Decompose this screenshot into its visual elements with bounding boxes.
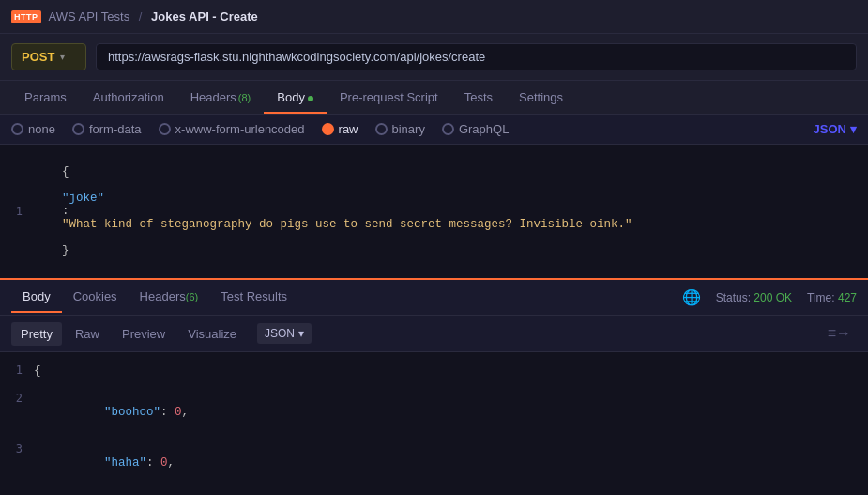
fmt-tab-preview[interactable]: Preview bbox=[113, 322, 175, 346]
request-code-editor[interactable]: 1 { "joke" : "What kind of steganography… bbox=[0, 145, 868, 280]
resp-tab-headers[interactable]: Headers(6) bbox=[129, 282, 210, 313]
breadcrumb-current: Jokes API - Create bbox=[151, 9, 258, 23]
resp-field-id: "id": 18, bbox=[34, 491, 168, 495]
time-group: Time: 427 bbox=[807, 291, 857, 304]
raw-label: raw bbox=[339, 122, 358, 136]
method-selector[interactable]: POST ▾ bbox=[11, 43, 86, 70]
response-format-selector[interactable]: JSON ▾ bbox=[257, 323, 312, 344]
method-label: POST bbox=[22, 50, 54, 64]
radio-binary bbox=[375, 123, 388, 135]
resp-val-haha: 0 bbox=[160, 456, 168, 470]
form-data-label: form-data bbox=[89, 122, 142, 136]
radio-urlencoded bbox=[159, 123, 171, 135]
option-binary[interactable]: binary bbox=[375, 122, 425, 136]
radio-graphql bbox=[442, 123, 454, 135]
json-format-arrow: ▾ bbox=[850, 122, 857, 136]
close-brace: } bbox=[62, 244, 69, 257]
option-none[interactable]: none bbox=[11, 122, 55, 136]
body-dot-indicator bbox=[308, 96, 313, 101]
breadcrumb-separator: / bbox=[139, 9, 143, 23]
status-label: Status: bbox=[716, 291, 751, 304]
resp-line-num-2: 2 bbox=[0, 384, 34, 412]
fmt-tab-visualize[interactable]: Visualize bbox=[178, 322, 246, 346]
resp-key-haha: "haha" bbox=[104, 456, 146, 470]
line-number-1: 1 bbox=[0, 197, 34, 225]
tab-authorization[interactable]: Authorization bbox=[80, 83, 177, 114]
tab-settings[interactable]: Settings bbox=[506, 83, 576, 114]
url-input[interactable] bbox=[96, 43, 857, 70]
resp-tab-test-results[interactable]: Test Results bbox=[209, 282, 298, 313]
status-value: 200 OK bbox=[754, 291, 792, 304]
response-body: 1 { 2 "boohoo": 0, 3 "haha": 0, 4 "id": … bbox=[0, 352, 868, 495]
fmt-tab-pretty[interactable]: Pretty bbox=[11, 322, 62, 346]
req-colon: : bbox=[62, 205, 76, 218]
method-dropdown-arrow: ▾ bbox=[60, 52, 65, 62]
resp-field-boohoo: "boohoo": 0, bbox=[34, 390, 189, 435]
binary-label: binary bbox=[392, 122, 425, 136]
graphql-label: GraphQL bbox=[459, 122, 509, 136]
request-tabs-row: Params Authorization Headers(8) Body Pre… bbox=[0, 81, 868, 115]
radio-form-data bbox=[72, 123, 84, 135]
resp-line-2: 2 "boohoo": 0, bbox=[0, 384, 868, 435]
time-label: Time: bbox=[807, 291, 835, 304]
req-key-joke: "joke" bbox=[62, 192, 104, 205]
top-bar: HTTP AWS API Tests / Jokes API - Create bbox=[0, 0, 868, 34]
json-format-selector[interactable]: JSON ▾ bbox=[814, 122, 857, 136]
resp-tab-body[interactable]: Body bbox=[11, 282, 62, 313]
response-format-arrow: ▾ bbox=[298, 327, 304, 340]
option-raw[interactable]: raw bbox=[322, 122, 358, 136]
status-group: Status: 200 OK bbox=[716, 291, 792, 304]
resp-headers-badge: (6) bbox=[186, 291, 198, 302]
urlencoded-label: x-www-form-urlencoded bbox=[175, 122, 305, 136]
globe-icon: 🌐 bbox=[682, 288, 701, 306]
breadcrumb-parent[interactable]: AWS API Tests bbox=[49, 9, 130, 23]
resp-tab-cookies[interactable]: Cookies bbox=[62, 282, 129, 313]
time-value: 427 bbox=[838, 291, 857, 304]
resp-field-haha: "haha": 0, bbox=[34, 441, 175, 486]
breadcrumb: AWS API Tests / Jokes API - Create bbox=[49, 9, 258, 23]
request-code-line-1: { "joke" : "What kind of steganography d… bbox=[34, 145, 632, 278]
radio-none bbox=[11, 123, 23, 135]
url-bar-section: POST ▾ bbox=[0, 34, 868, 81]
resp-key-boohoo: "boohoo" bbox=[104, 406, 160, 419]
response-format-label: JSON bbox=[265, 327, 295, 340]
resp-line-num-1: 1 bbox=[0, 356, 34, 384]
response-tabs-row: Body Cookies Headers(6) Test Results 🌐 S… bbox=[0, 280, 868, 316]
resp-line-4: 4 "id": 18, bbox=[0, 486, 868, 495]
response-format-row: Pretty Raw Preview Visualize JSON ▾ ≡→ bbox=[0, 316, 868, 352]
option-graphql[interactable]: GraphQL bbox=[442, 122, 509, 136]
req-value-joke: "What kind of steganography do pigs use … bbox=[62, 218, 632, 231]
http-icon: HTTP bbox=[11, 10, 41, 23]
resp-line-num-4: 4 bbox=[0, 486, 34, 495]
resp-line-1: 1 { bbox=[0, 356, 868, 384]
body-options-row: none form-data x-www-form-urlencoded raw… bbox=[0, 115, 868, 145]
response-status: 🌐 Status: 200 OK Time: 427 bbox=[682, 288, 857, 306]
resp-line-num-3: 3 bbox=[0, 435, 34, 463]
option-urlencoded[interactable]: x-www-form-urlencoded bbox=[159, 122, 305, 136]
tab-pre-request-script[interactable]: Pre-request Script bbox=[327, 83, 451, 114]
none-label: none bbox=[28, 122, 55, 136]
tab-headers[interactable]: Headers(8) bbox=[177, 83, 265, 114]
radio-raw bbox=[322, 123, 334, 135]
tab-body[interactable]: Body bbox=[264, 83, 327, 114]
tab-tests[interactable]: Tests bbox=[451, 83, 506, 114]
open-brace: { bbox=[62, 165, 69, 178]
wrap-icon[interactable]: ≡→ bbox=[822, 321, 857, 346]
resp-line-3: 3 "haha": 0, bbox=[0, 435, 868, 486]
resp-val-boohoo: 0 bbox=[175, 406, 182, 419]
option-form-data[interactable]: form-data bbox=[72, 122, 142, 136]
headers-badge: (8) bbox=[238, 92, 251, 103]
tab-params[interactable]: Params bbox=[11, 83, 80, 114]
json-format-label: JSON bbox=[814, 122, 846, 136]
resp-open-brace: { bbox=[34, 362, 41, 380]
fmt-tab-raw[interactable]: Raw bbox=[66, 322, 109, 346]
